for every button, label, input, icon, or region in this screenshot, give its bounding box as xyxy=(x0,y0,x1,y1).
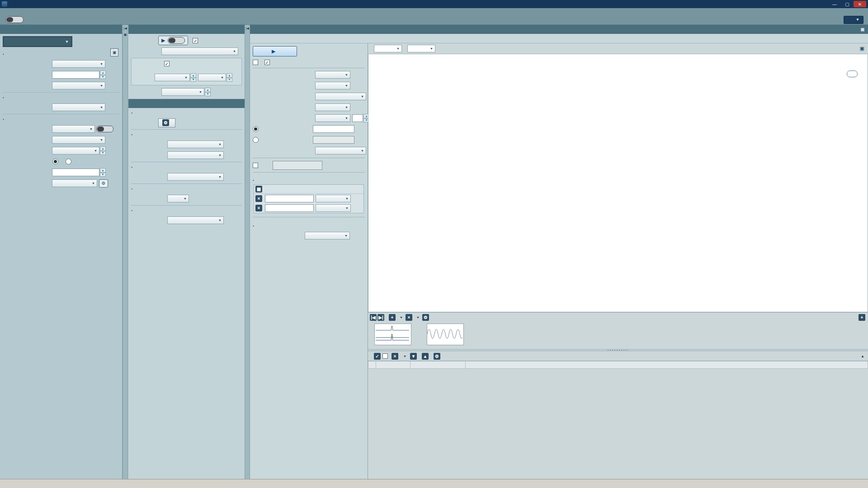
data-sets-table xyxy=(368,361,868,369)
jitter-waveform-dropdown[interactable]: ▼ xyxy=(52,136,105,144)
secondary-source-dropdown[interactable]: ▼ xyxy=(305,232,350,239)
collapse-panel-icon[interactable]: |◀ xyxy=(245,27,249,30)
bench-mode-button[interactable]: ▼ xyxy=(844,16,863,24)
ch1-dc-stepper[interactable]: ▲▼ xyxy=(226,73,232,82)
data2-result-dropdown[interactable]: ▼ xyxy=(316,195,351,202)
data-settings-gear-icon[interactable]: ⚙ xyxy=(434,353,440,360)
gen-frequency-combo[interactable]: ▼ xyxy=(161,88,204,96)
eq-settings-gear-icon[interactable]: ⚙ xyxy=(99,179,108,188)
popout-panel-icon[interactable]: ▣ xyxy=(124,33,127,37)
thumbnail-fft[interactable] xyxy=(374,324,411,345)
graph-popout-icon[interactable]: ▣ xyxy=(860,46,864,52)
y-unit-dropdown[interactable]: ▼ xyxy=(407,45,435,52)
remove-result-icon[interactable]: × xyxy=(255,205,262,211)
close-button[interactable]: ✕ xyxy=(854,1,866,7)
measurements-header: ▣ xyxy=(250,25,868,34)
data1-result-input[interactable] xyxy=(265,204,314,212)
maximize-button[interactable]: ▢ xyxy=(841,1,854,7)
clocks-dropdown[interactable]: ▼ xyxy=(3,36,72,47)
trigger-dropdown[interactable]: ▼ xyxy=(315,103,350,111)
first-graph-icon[interactable]: |◀ xyxy=(370,314,377,321)
x-unit-dropdown[interactable]: ▼ xyxy=(374,45,402,52)
start-button[interactable]: ▶ xyxy=(253,46,297,56)
chevron-down-icon: ▼ xyxy=(65,40,69,44)
popout-panel-icon[interactable]: ▣ xyxy=(860,27,864,32)
import-icon[interactable]: ▼ xyxy=(410,353,417,360)
ui-radio[interactable] xyxy=(66,159,71,164)
popout-panel-icon[interactable]: ▣ xyxy=(110,48,118,56)
gen-frequency-stepper[interactable]: ▲▼ xyxy=(205,88,211,96)
check-all-icon[interactable]: ✓ xyxy=(374,353,381,360)
tune-mode-dropdown[interactable]: ▼ xyxy=(167,173,224,181)
last-graph-icon[interactable]: ▶| xyxy=(377,314,384,321)
acq-length-dropdown[interactable]: ▼ xyxy=(315,71,350,79)
apply-to-dropdown[interactable]: ▼ xyxy=(52,125,95,133)
averages-dropdown[interactable]: ▼ xyxy=(315,114,350,122)
weighting-dropdown[interactable]: ▼ xyxy=(167,151,224,159)
ap-logo-icon xyxy=(847,70,858,77)
sync-out-level-stepper[interactable]: ▲▼ xyxy=(100,70,106,79)
delay-samples-radio[interactable] xyxy=(253,137,259,143)
auto-on-checkbox[interactable]: ✓ xyxy=(193,38,198,43)
chevron-down-icon[interactable]: ▼ xyxy=(416,316,420,319)
ch1-level-stepper[interactable]: ▲▼ xyxy=(190,73,196,82)
dock-strip-left: |◀ ▣ xyxy=(123,25,128,479)
chevron-down-icon[interactable]: ▼ xyxy=(403,355,406,358)
repeat-checkbox[interactable] xyxy=(253,60,258,65)
export-icon[interactable]: ▲ xyxy=(422,353,429,360)
notch-tuning-dropdown[interactable]: ▼ xyxy=(167,141,224,148)
timebase-dropdown[interactable]: ▼ xyxy=(52,103,105,111)
settled-settings-button[interactable]: ⚙ xyxy=(158,118,175,127)
sync-out-polarity-dropdown[interactable]: ▼ xyxy=(52,82,105,89)
fft-window-dropdown[interactable]: ▼ xyxy=(315,93,366,100)
levels-track-checkbox[interactable]: ✓ xyxy=(164,61,170,66)
imd-type-dropdown[interactable]: ▼ xyxy=(167,216,224,224)
file-settings-button[interactable] xyxy=(273,161,322,170)
save-to-file-checkbox[interactable] xyxy=(253,163,258,168)
thumbnail-scope[interactable] xyxy=(427,324,464,345)
data1-result-input[interactable] xyxy=(265,195,314,202)
remove-result-icon[interactable]: × xyxy=(255,195,262,202)
fft-chart[interactable] xyxy=(383,68,861,298)
peak-level-stepper[interactable]: ▲▼ xyxy=(100,168,106,177)
collapse-panel-icon[interactable]: ▲ xyxy=(861,354,864,358)
collapse-panel-icon[interactable]: |◀ xyxy=(123,27,127,30)
chevron-down-icon[interactable]: ▼ xyxy=(400,316,403,319)
averages-count-input[interactable] xyxy=(352,114,363,122)
ch1-level-combo[interactable]: ▼ xyxy=(155,74,190,81)
time-column-header[interactable] xyxy=(410,361,466,369)
details-gear-icon[interactable]: ⚙ xyxy=(422,314,429,321)
append-checkbox[interactable]: ✓ xyxy=(264,60,270,65)
jitter-frequency-combo[interactable]: ▼ xyxy=(52,147,99,155)
generator-play-icon[interactable]: ▶ xyxy=(161,38,165,43)
data-set-column-header[interactable] xyxy=(376,361,410,369)
clear-data-icon[interactable]: × xyxy=(392,353,398,360)
jitter-frequency-stepper[interactable]: ▲▼ xyxy=(100,146,106,155)
peak-level-input[interactable] xyxy=(52,169,99,176)
delay-s-input[interactable] xyxy=(313,125,354,133)
data2-result-dropdown[interactable]: ▼ xyxy=(316,204,351,212)
notes-column-header[interactable] xyxy=(466,361,868,369)
add-graph-icon[interactable]: + xyxy=(389,314,396,321)
thumbnail-zoom-icon[interactable]: + xyxy=(859,314,865,321)
minimize-button[interactable]: — xyxy=(828,1,841,7)
gen-waveform-dropdown[interactable]: ▼ xyxy=(161,47,238,55)
ch1-dc-combo[interactable]: ▼ xyxy=(198,74,226,81)
sync-out-level-input[interactable] xyxy=(52,71,99,79)
fft-length-dropdown[interactable]: ▼ xyxy=(315,82,350,89)
plot-box[interactable] xyxy=(383,68,861,298)
delay-s-radio[interactable] xyxy=(253,126,259,132)
ref-channel-dropdown[interactable]: ▼ xyxy=(167,195,189,202)
audible-monitor-toggle[interactable] xyxy=(5,16,24,23)
sec-radio[interactable] xyxy=(52,159,58,164)
jitter-generator-toggle[interactable] xyxy=(96,126,113,132)
delete-graph-icon[interactable]: × xyxy=(406,314,412,321)
title-bar: — ▢ ✕ xyxy=(0,0,868,8)
uncheck-all-icon[interactable] xyxy=(382,353,388,359)
eq-dropdown[interactable]: ▼ xyxy=(52,179,97,187)
delay-samples-input[interactable] xyxy=(313,136,354,144)
generator-toggle[interactable] xyxy=(168,37,185,44)
signal-path-setup-header xyxy=(0,25,122,34)
bandwidth-dropdown[interactable]: ▼ xyxy=(315,147,366,155)
output-rate-dropdown[interactable]: ▼ xyxy=(52,60,105,68)
